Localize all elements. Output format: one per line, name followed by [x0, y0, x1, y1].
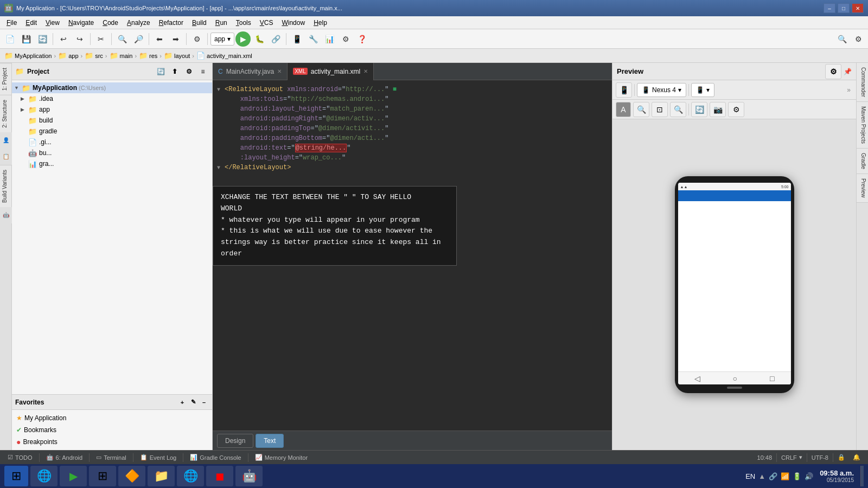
taskbar-files[interactable]: 📁	[148, 466, 175, 486]
breadcrumb-main[interactable]: 📁 main	[110, 52, 133, 60]
new-file-button[interactable]: 📄	[2, 31, 17, 47]
forward-button[interactable]: ➡	[168, 31, 183, 47]
favorite-breakpoints[interactable]: ● Breakpoints	[12, 436, 212, 448]
menu-window[interactable]: Window	[277, 18, 309, 28]
back-button[interactable]: ⬅	[152, 31, 167, 47]
menu-run[interactable]: Run	[211, 18, 232, 28]
tab-activity-main[interactable]: XML activity_main.xml ✕	[288, 63, 374, 80]
taskbar-ie[interactable]: 🌐	[30, 466, 58, 486]
close-button[interactable]: ✕	[852, 3, 864, 13]
breadcrumb-res[interactable]: 📁 res	[139, 52, 157, 60]
left-tab-android-icon[interactable]: 🤖	[0, 207, 12, 223]
left-tab-build-variants[interactable]: Build Variants	[0, 165, 11, 207]
avd-manager-button[interactable]: 📱	[289, 31, 304, 47]
refresh-button[interactable]: 🔄	[691, 102, 707, 117]
screenshot-button[interactable]: 📷	[710, 102, 726, 117]
right-tab-commander[interactable]: Commander	[857, 63, 868, 102]
build-button[interactable]: ⚙	[189, 31, 205, 47]
tab-mainactivity[interactable]: C MainActivity.java ✕	[213, 63, 288, 80]
status-terminal[interactable]: ▭ Terminal	[93, 451, 130, 464]
arrow-up-icon[interactable]: ▲	[758, 472, 765, 480]
status-android[interactable]: 🤖 6: Android	[43, 451, 86, 464]
taskbar-apps[interactable]: ⊞	[89, 466, 116, 486]
remove-favorite-button[interactable]: –	[199, 397, 209, 407]
find-replace-button[interactable]: 🔎	[131, 31, 146, 47]
maximize-button[interactable]: □	[838, 3, 850, 13]
left-tab-project[interactable]: 1: Project	[0, 63, 11, 95]
menu-file[interactable]: File	[2, 18, 21, 28]
lang-indicator[interactable]: EN	[745, 472, 755, 480]
sync-files-button[interactable]: 🔄	[155, 66, 167, 78]
edit-favorite-button[interactable]: ✎	[188, 397, 198, 407]
status-git-icon[interactable]: 🔒	[834, 454, 848, 461]
right-tab-gradle[interactable]: Gradle	[857, 149, 868, 174]
sdk-manager-button[interactable]: 🔧	[305, 31, 321, 47]
tree-item-app[interactable]: ▶ 📁 app	[12, 104, 212, 115]
breadcrumb-src[interactable]: 📁 src	[85, 52, 103, 60]
left-tab-icon1[interactable]: 👤	[0, 132, 12, 149]
tree-item-idea[interactable]: ▶ 📁 .idea	[12, 93, 212, 104]
menu-view[interactable]: View	[41, 18, 64, 28]
tree-item-gradle-wrapper[interactable]: 📊 gra...	[12, 158, 212, 169]
nexus-dropdown[interactable]: 📱 Nexus 4 ▾	[637, 83, 686, 97]
breadcrumb-file[interactable]: 📄 activity_main.xml	[196, 52, 252, 60]
text-tab[interactable]: Text	[256, 434, 284, 448]
network-icon[interactable]: 🔗	[769, 472, 777, 480]
settings-button[interactable]: ⚙	[338, 31, 353, 47]
breadcrumb-layout[interactable]: 📁 layout	[164, 52, 190, 60]
tree-item-build-gradle[interactable]: 🤖 bu...	[12, 147, 212, 158]
menu-analyze[interactable]: Analyze	[123, 18, 155, 28]
zoom-in-button[interactable]: 🔍	[633, 102, 649, 117]
status-todo[interactable]: ☑ TODO	[4, 451, 36, 464]
settings2-button[interactable]: ⚙	[851, 31, 866, 47]
clock[interactable]: 09:58 a.m. 05/19/2015	[815, 469, 858, 483]
project-settings-button[interactable]: ⚙	[183, 66, 195, 78]
menu-tools[interactable]: Tools	[232, 18, 256, 28]
menu-refactor[interactable]: Refactor	[155, 18, 188, 28]
tab-mainactivity-close[interactable]: ✕	[277, 68, 282, 74]
collapse-all-button[interactable]: ⬆	[169, 66, 181, 78]
attach-debugger-button[interactable]: 🔗	[268, 31, 283, 47]
run-button[interactable]: ▶	[235, 31, 251, 47]
show-desktop-button[interactable]	[860, 466, 864, 486]
tree-item-gradle[interactable]: 📁 gradle	[12, 126, 212, 137]
start-button[interactable]: ⊞	[4, 466, 28, 486]
project-config-button[interactable]: ≡	[197, 66, 209, 78]
taskbar-flash[interactable]: ◼	[206, 466, 233, 486]
battery-icon[interactable]: 🔋	[793, 472, 801, 480]
menu-code[interactable]: Code	[98, 18, 123, 28]
sync-button[interactable]: 🔄	[35, 31, 50, 47]
device-monitor-button[interactable]: 📊	[322, 31, 337, 47]
cut-button[interactable]: ✂	[93, 31, 108, 47]
tree-item-gitignore[interactable]: 📄 .gi...	[12, 137, 212, 147]
find-button[interactable]: 🔍	[114, 31, 130, 47]
design-tab[interactable]: Design	[217, 434, 253, 448]
search-everywhere-button[interactable]: 🔍	[834, 31, 850, 47]
orientation-dropdown[interactable]: 📱 ▾	[691, 83, 714, 97]
taskbar-vlc[interactable]: 🔶	[118, 466, 145, 486]
tab-activity-main-close[interactable]: ✕	[363, 68, 368, 74]
menu-help[interactable]: Help	[309, 18, 331, 28]
minimize-button[interactable]: –	[824, 3, 835, 13]
breadcrumb-app[interactable]: 📁 app	[58, 52, 78, 60]
help-button[interactable]: ❓	[354, 31, 369, 47]
debug-button[interactable]: 🐛	[252, 31, 267, 47]
status-event-log[interactable]: 📋 Event Log	[137, 451, 180, 464]
tree-item-root[interactable]: ▼ 📁 MyApplication (C:\Users)	[12, 82, 212, 93]
save-button[interactable]: 💾	[18, 31, 34, 47]
left-tab-structure[interactable]: 2: Structure	[0, 95, 11, 132]
right-tab-preview[interactable]: Preview	[857, 174, 868, 203]
zoom-fit-button[interactable]: ⊡	[652, 102, 668, 117]
breadcrumb-myapp[interactable]: 📁 MyApplication	[4, 52, 52, 60]
preview-theme-button[interactable]: A	[616, 102, 631, 117]
menu-vcs[interactable]: VCS	[256, 18, 278, 28]
preview-pin-button[interactable]: 📌	[844, 68, 852, 75]
menu-build[interactable]: Build	[188, 18, 211, 28]
taskbar-media[interactable]: ▶	[60, 466, 87, 486]
status-line-ending[interactable]: CRLF ▾	[778, 454, 806, 461]
signal-icon[interactable]: 📶	[781, 472, 789, 480]
menu-navigate[interactable]: Navigate	[64, 18, 98, 28]
undo-button[interactable]: ↩	[56, 31, 71, 47]
add-favorite-button[interactable]: +	[177, 397, 187, 407]
menu-edit[interactable]: Edit	[21, 18, 41, 28]
